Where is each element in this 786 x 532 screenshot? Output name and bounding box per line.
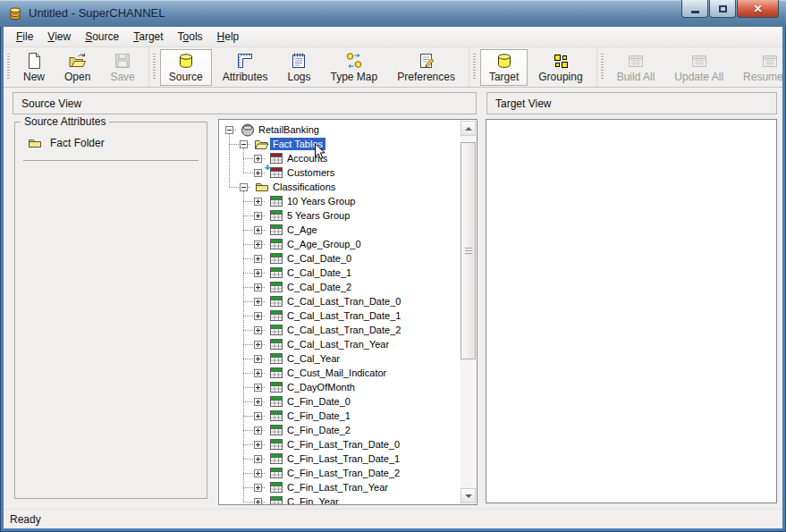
menu-view[interactable]: View <box>40 27 78 46</box>
menu-source[interactable]: Source <box>78 27 126 46</box>
tree-item-c-fin-date-0[interactable]: C_Fin_Date_0 <box>284 395 353 408</box>
expand-icon[interactable] <box>254 212 262 220</box>
menu-file[interactable]: File <box>9 27 40 46</box>
tree-item-c-cal-date-0[interactable]: C_Cal_Date_0 <box>284 252 354 265</box>
tree-item-c-dayofmonth[interactable]: C_DayOfMonth <box>284 381 358 393</box>
close-button[interactable]: ✕ <box>737 0 779 18</box>
expand-icon[interactable] <box>254 312 262 320</box>
tree-item-10-years-group[interactable]: 10 Years Group <box>284 195 358 207</box>
tree-item-5-years-group[interactable]: 5 Years Group <box>284 209 352 222</box>
tree-row: C_Cust_Mail_Indicator <box>220 366 461 380</box>
scrollbar-thumb[interactable] <box>461 142 476 359</box>
tree-item-c-fin-last-tran-date-2[interactable]: C_Fin_Last_Tran_Date_2 <box>284 467 402 479</box>
tree-item-retailbanking[interactable]: RetailBanking <box>256 123 322 136</box>
tree-item-c-cal-date-1[interactable]: C_Cal_Date_1 <box>284 266 354 279</box>
expand-icon[interactable] <box>254 226 262 234</box>
expand-icon[interactable] <box>254 384 262 392</box>
preferences-button[interactable]: Preferences <box>388 49 464 86</box>
target-view-panel <box>486 119 777 503</box>
expand-icon[interactable] <box>254 155 262 163</box>
toolbar: NewOpenSaveSourceAttributesLogsType MapP… <box>4 47 782 88</box>
menu-help[interactable]: Help <box>210 27 247 46</box>
window-title: Untitled - SuperCHANNEL <box>29 6 165 20</box>
new-button[interactable]: New <box>14 49 54 86</box>
menu-target[interactable]: Target <box>126 27 170 46</box>
open-button[interactable]: Open <box>55 49 99 86</box>
collapse-icon[interactable] <box>225 126 233 134</box>
target-view-header: Target View <box>486 92 777 114</box>
scrollbar-up-button[interactable] <box>461 121 476 136</box>
tree-item-c-cal-last-tran-date-2[interactable]: C_Cal_Last_Tran_Date_2 <box>284 324 403 336</box>
expand-icon[interactable] <box>254 369 262 377</box>
expand-icon[interactable] <box>254 455 262 463</box>
content-area: Source View Source Attributes Fact Folde… <box>4 88 782 509</box>
tree-row: C_Fin_Last_Tran_Date_2 <box>220 466 461 480</box>
collapse-icon[interactable] <box>240 183 248 191</box>
expand-icon[interactable] <box>254 441 262 449</box>
expand-icon[interactable] <box>254 283 262 291</box>
tree-item-c-fin-date-1[interactable]: C_Fin_Date_1 <box>284 410 353 422</box>
tree-row: 5 Years Group <box>220 208 461 223</box>
tree-scrollbar[interactable] <box>461 121 476 503</box>
expand-icon[interactable] <box>254 169 262 177</box>
statusbar: Ready <box>4 509 782 528</box>
tree-item-c-age-group-0[interactable]: C_Age_Group_0 <box>284 238 364 250</box>
tree-item-c-cal-date-2[interactable]: C_Cal_Date_2 <box>284 281 354 293</box>
tree-row: C_DayOfMonth <box>220 380 461 394</box>
expand-icon[interactable] <box>254 269 262 277</box>
tree-item-accounts[interactable]: Accounts <box>284 152 330 165</box>
expand-icon[interactable] <box>254 326 262 334</box>
tree-item-c-cal-last-tran-date-1[interactable]: C_Cal_Last_Tran_Date_1 <box>284 309 403 322</box>
scrollbar-grip-icon <box>465 248 472 254</box>
classification-table-icon <box>268 481 283 494</box>
titlebar[interactable]: Untitled - SuperCHANNEL ✕ <box>0 0 786 27</box>
tree-item-c-fin-date-2[interactable]: C_Fin_Date_2 <box>284 424 353 436</box>
tree-item-c-fin-year[interactable]: C_Fin_Year <box>284 495 342 504</box>
expand-icon[interactable] <box>254 398 262 406</box>
expand-icon[interactable] <box>254 341 262 349</box>
expand-icon[interactable] <box>254 298 262 306</box>
fact-folder-item[interactable]: Fact Folder <box>24 137 207 149</box>
minimize-button[interactable] <box>681 0 708 18</box>
attributes-button[interactable]: Attributes <box>214 49 277 86</box>
tree-item-c-cal-year[interactable]: C_Cal_Year <box>284 352 342 365</box>
target-button[interactable]: Target <box>480 49 528 86</box>
tree-item-classifications[interactable]: Classifications <box>270 181 338 193</box>
tree-item-fact-tables[interactable]: Fact Tables <box>270 138 325 150</box>
fact-table-icon: + <box>268 166 283 179</box>
source-tree: RetailBankingFact TablesAccounts+Custome… <box>220 120 461 504</box>
tree-item-customers[interactable]: Customers <box>284 166 337 179</box>
toolbar-button-label: Open <box>64 71 90 83</box>
expand-icon[interactable] <box>254 355 262 363</box>
grouping-button[interactable]: Grouping <box>529 49 591 86</box>
tree-item-c-fin-last-tran-year[interactable]: C_Fin_Last_Tran_Year <box>284 481 391 494</box>
tree-row: C_Fin_Year <box>220 494 461 504</box>
collapse-icon[interactable] <box>240 140 248 148</box>
tree-item-c-cal-last-tran-date-0[interactable]: C_Cal_Last_Tran_Date_0 <box>284 295 403 308</box>
tree-item-c-fin-last-tran-date-1[interactable]: C_Fin_Last_Tran_Date_1 <box>284 452 402 465</box>
expand-icon[interactable] <box>254 498 262 505</box>
tree-item-c-fin-last-tran-date-0[interactable]: C_Fin_Last_Tran_Date_0 <box>284 438 402 451</box>
expand-icon[interactable] <box>254 426 262 435</box>
logs-button[interactable]: Logs <box>278 49 319 86</box>
expand-icon[interactable] <box>254 241 262 249</box>
expand-icon[interactable] <box>254 255 262 263</box>
tree-item-c-age[interactable]: C_Age <box>284 224 320 236</box>
tree-item-c-cust-mail-indicator[interactable]: C_Cust_Mail_Indicator <box>284 367 389 379</box>
folder-icon <box>27 137 43 149</box>
expand-icon[interactable] <box>254 412 262 420</box>
expand-icon[interactable] <box>254 198 262 206</box>
source-button[interactable]: Source <box>160 49 212 86</box>
menu-tools[interactable]: Tools <box>171 27 210 46</box>
update-all-calendar-icon <box>689 51 710 70</box>
expand-icon[interactable] <box>254 469 262 477</box>
tree-row: 10 Years Group <box>220 194 461 208</box>
toolbar-button-label: Preferences <box>397 71 455 83</box>
tree-row: C_Cal_Last_Tran_Date_0 <box>220 294 461 308</box>
tree-row: RetailBanking <box>220 122 461 137</box>
maximize-button[interactable] <box>709 0 736 18</box>
type-map-button[interactable]: Type Map <box>322 49 387 86</box>
expand-icon[interactable] <box>254 484 262 492</box>
tree-item-c-cal-last-tran-year[interactable]: C_Cal_Last_Tran_Year <box>284 338 392 350</box>
scrollbar-down-button[interactable] <box>461 488 476 503</box>
